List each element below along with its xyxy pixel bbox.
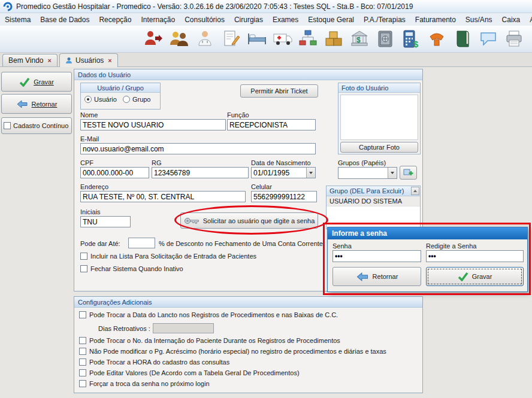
check-icon [458,272,468,281]
check-row-hora: Pode Trocar a HORA do cadastro das consu… [79,358,229,366]
checkbox[interactable] [79,358,86,366]
solicitar-senha-label: Solicitar ao usuário que digite a senha [203,217,315,224]
celular-input[interactable] [251,191,317,202]
grupos-papeis-label: Grupos (Papéis) [338,159,386,166]
safe-icon[interactable] [374,27,397,51]
retornar-button[interactable]: Retornar [1,94,72,114]
phone-icon[interactable] [425,27,448,51]
checkbox[interactable] [80,265,87,272]
grupo-list-header-label: Grupo (DEL Para Excluir) [330,187,404,195]
check-label: Não Pode modificar o Pg. Acréscimo (horá… [89,348,386,355]
desconto-prefix-label: Pode dar Até: [80,240,120,247]
checkbox[interactable] [79,369,86,376]
dias-retroativos-label: Dias Retroativos : [98,325,150,332]
cadastro-continuo-label: Cadastro Contínuo [13,122,68,129]
checkbox[interactable] [79,311,86,318]
printer-icon[interactable] [503,27,525,51]
gravar-button[interactable]: Gravar [1,72,72,92]
solicitar-senha-button[interactable]: Solicitar ao usuário que digite a senha [180,212,318,229]
list-item[interactable]: USUÁRIO DO SISTEMA [327,196,420,206]
endereco-input[interactable] [80,191,246,202]
senha-input[interactable] [332,250,421,262]
menu-item-cirurgias[interactable]: Cirurgias [229,14,268,26]
check-label: Forçar a troca da senha no próximo login [89,380,210,387]
menu-item-faturamento[interactable]: Faturamento [410,14,461,26]
funcao-input[interactable] [227,119,316,130]
dias-retroativos-input[interactable] [153,323,214,333]
app-icon [3,2,13,11]
capturar-foto-label: Capturar Foto [359,144,400,151]
tab-usuarios[interactable]: Usuários × [59,53,118,67]
iniciais-label: Iniciais [80,208,101,215]
add-group-icon [403,168,414,177]
capturar-foto-button[interactable]: Capturar Foto [340,142,418,153]
close-icon[interactable]: × [47,57,51,64]
menu-item-sistema[interactable]: Sistema [0,14,35,26]
senha-dialog: Informe a senha Senha Redigite a Senha R… [327,227,528,292]
menu-item-caixa[interactable]: Caixa [497,14,525,26]
rg-label: RG [152,159,162,166]
bank-icon[interactable]: $ [348,27,371,51]
iniciais-input[interactable] [80,216,131,227]
panel-title: Dados do Usuário [74,69,422,80]
checkbox[interactable] [4,122,11,129]
tab-bem-vindo[interactable]: Bem Vindo × [2,54,58,66]
checkbox[interactable] [79,348,86,355]
bed-icon[interactable] [245,27,268,51]
chevron-down-icon[interactable] [306,168,315,178]
menu-item-internacao[interactable]: Internação [136,14,180,26]
check-label: Fechar Sistema Quando Inativo [90,265,183,272]
network-icon[interactable] [297,27,319,51]
email-label: E-Mail [80,135,99,142]
reception-icon[interactable] [168,27,191,51]
nascimento-combo[interactable] [251,167,316,178]
menu-item-sus-ans[interactable]: Sus/Ans [461,14,497,26]
user-icon [65,57,72,64]
nascimento-input[interactable] [252,168,306,178]
radio-usuario[interactable] [84,96,92,103]
stock-icon[interactable] [322,27,345,51]
menu-item-base-de-dados[interactable]: Base de Dados [35,14,94,26]
medical-records-icon[interactable] [219,27,242,51]
close-icon[interactable]: × [108,57,111,64]
menu-item-exames[interactable]: Exames [268,14,303,26]
nome-input[interactable] [80,119,226,130]
check-icon [19,77,30,87]
grupos-papeis-combo[interactable] [338,167,397,179]
radio-grupo[interactable] [123,96,130,103]
redigite-senha-label: Redigite a Senha [426,242,476,250]
add-grupo-button[interactable] [400,166,417,180]
rg-input[interactable] [152,167,249,178]
check-label: Pode Trocar a Data do Lancto nos Registr… [89,311,338,318]
titlebar: Promedico Gestão Hospitalar - Promedico … [0,0,532,13]
billing-calculator-icon[interactable]: $ [400,27,422,51]
doctor-icon[interactable] [194,27,216,51]
grupos-papeis-input[interactable] [338,168,388,178]
check-label: Pode Trocar o No. da Internação do Pacie… [89,337,340,344]
ambulance-icon[interactable] [271,27,294,51]
dialog-retornar-button[interactable]: Retornar [332,267,421,286]
tab-label: Usuários [75,56,104,65]
logoff-icon[interactable] [142,27,165,51]
checkbox[interactable] [80,253,87,260]
menu-item-recepcao[interactable]: Recepção [94,14,136,26]
chevron-down-icon[interactable] [388,168,397,178]
redigite-senha-input[interactable] [426,250,524,262]
toolbar: $ $ [0,26,532,53]
dialog-gravar-button[interactable]: Gravar [426,267,524,286]
permitir-ticket-button[interactable]: Permitir Abrir Ticket [240,84,318,98]
chat-icon[interactable] [477,27,500,51]
desconto-input[interactable] [128,238,155,248]
cadastro-continuo-toggle[interactable]: Cadastro Contínuo [1,117,72,134]
cpf-input[interactable] [80,167,149,178]
email-input[interactable] [80,143,316,154]
checkbox[interactable] [79,337,86,344]
ledger-book-icon[interactable] [451,27,474,51]
menu-item-pa-terapias[interactable]: P.A./Terapias [359,14,410,26]
menu-item-administra[interactable]: Administra [525,14,532,26]
menu-item-estoque-geral[interactable]: Estoque Geral [303,14,359,26]
menu-item-consultorios[interactable]: Consultórios [180,14,229,26]
check-row-fechar: Fechar Sistema Quando Inativo [80,265,183,272]
scroll-up-icon[interactable] [411,187,419,195]
checkbox[interactable] [79,380,86,387]
